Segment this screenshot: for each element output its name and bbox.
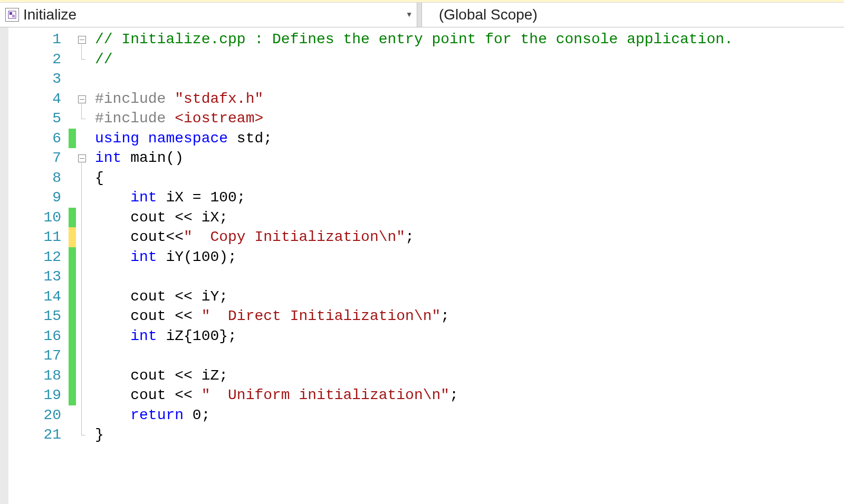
fold-cell (76, 129, 92, 149)
fold-guide-end (81, 119, 85, 119)
fold-cell (76, 30, 92, 50)
code-line[interactable]: return 0; (95, 405, 844, 425)
line-number-gutter: 123456789101112131415161718192021 (8, 27, 69, 504)
nav-splitter[interactable] (417, 3, 422, 27)
change-mark-cell (69, 69, 76, 89)
fold-guide-end (81, 435, 85, 435)
file-title: Initialize (23, 6, 76, 23)
saved-change-mark (69, 267, 76, 287)
line-number: 15 (8, 306, 69, 326)
fold-cell (76, 89, 92, 109)
fold-cell (76, 188, 92, 208)
change-mark-cell (69, 188, 76, 208)
code-line[interactable]: // Initialize.cpp : Defines the entry po… (95, 30, 844, 50)
code-line[interactable]: cout<<" Copy Initialization\n"; (95, 227, 844, 247)
code-line[interactable]: using namespace std; (95, 129, 844, 149)
change-mark-cell (69, 50, 76, 70)
indicator-margin (0, 27, 8, 504)
saved-change-mark (69, 385, 76, 405)
code-line[interactable]: cout << " Direct Initialization\n"; (95, 306, 844, 326)
fold-toggle-icon[interactable] (78, 36, 86, 44)
code-line[interactable]: { (95, 168, 844, 188)
code-line[interactable]: #include "stdafx.h" (95, 89, 844, 109)
code-line[interactable]: cout << " Uniform initialization\n"; (95, 385, 844, 405)
fold-cell (76, 148, 92, 168)
code-editor[interactable]: 123456789101112131415161718192021 // Ini… (0, 27, 844, 504)
line-number: 20 (8, 405, 69, 425)
line-number: 13 (8, 267, 69, 287)
fold-cell (76, 208, 92, 228)
line-number: 4 (8, 89, 69, 109)
code-line[interactable] (95, 267, 844, 287)
line-number: 10 (8, 208, 69, 228)
code-line[interactable]: int iZ{100}; (95, 326, 844, 346)
line-number: 8 (8, 168, 69, 188)
change-mark-cell (69, 247, 76, 267)
code-line[interactable] (95, 69, 844, 89)
fold-cell (76, 168, 92, 188)
svg-rect-1 (9, 12, 12, 15)
line-number: 2 (8, 50, 69, 70)
code-line[interactable]: // (95, 50, 844, 70)
change-mark-cell (69, 385, 76, 405)
change-mark-cell (69, 168, 76, 188)
fold-toggle-icon[interactable] (78, 154, 86, 162)
fold-cell (76, 326, 92, 346)
fold-guide-line (81, 43, 82, 59)
fold-cell (76, 227, 92, 247)
fold-cell (76, 267, 92, 287)
line-number: 1 (8, 30, 69, 50)
change-mark-cell (69, 129, 76, 149)
outlining-margin (76, 27, 92, 504)
change-mark-cell (69, 109, 76, 129)
change-mark-cell (69, 306, 76, 326)
fold-cell (76, 385, 92, 405)
line-number: 9 (8, 188, 69, 208)
line-number: 5 (8, 109, 69, 129)
code-line[interactable]: int iX = 100; (95, 188, 844, 208)
code-line[interactable]: cout << iZ; (95, 366, 844, 386)
change-mark-cell (69, 208, 76, 228)
line-number: 12 (8, 247, 69, 267)
fold-toggle-icon[interactable] (78, 95, 86, 103)
code-line[interactable]: int main() (95, 148, 844, 168)
file-dropdown[interactable]: Initialize ▼ (0, 3, 417, 27)
saved-change-mark (69, 366, 76, 386)
code-area[interactable]: // Initialize.cpp : Defines the entry po… (92, 27, 844, 504)
line-number: 7 (8, 148, 69, 168)
fold-cell (76, 405, 92, 425)
change-mark-cell (69, 89, 76, 109)
saved-change-mark (69, 208, 76, 228)
saved-change-mark (69, 306, 76, 326)
fold-guide-end (81, 59, 85, 60)
change-mark-cell (69, 425, 76, 445)
change-mark-cell (69, 267, 76, 287)
line-number: 21 (8, 425, 69, 445)
code-line[interactable]: #include <iostream> (95, 109, 844, 129)
change-tracking-margin (69, 27, 76, 504)
line-number: 3 (8, 69, 69, 89)
fold-cell (76, 69, 92, 89)
svg-rect-2 (12, 15, 15, 17)
fold-guide-line (81, 162, 82, 435)
code-line[interactable]: cout << iY; (95, 287, 844, 307)
saved-change-mark (69, 287, 76, 307)
line-number: 18 (8, 366, 69, 386)
line-number: 6 (8, 129, 69, 149)
line-number: 19 (8, 385, 69, 405)
code-line[interactable]: cout << iX; (95, 208, 844, 228)
unsaved-change-mark (69, 227, 76, 247)
navigation-bar: Initialize ▼ (Global Scope) (0, 3, 844, 27)
saved-change-mark (69, 326, 76, 346)
saved-change-mark (69, 247, 76, 267)
change-mark-cell (69, 405, 76, 425)
change-mark-cell (69, 326, 76, 346)
scope-dropdown[interactable]: (Global Scope) (422, 3, 844, 27)
change-mark-cell (69, 30, 76, 50)
code-line[interactable] (95, 346, 844, 366)
saved-change-mark (69, 346, 76, 366)
code-line[interactable]: int iY(100); (95, 247, 844, 267)
code-line[interactable]: } (95, 425, 844, 445)
fold-guide-line (81, 103, 82, 119)
saved-change-mark (69, 129, 76, 149)
